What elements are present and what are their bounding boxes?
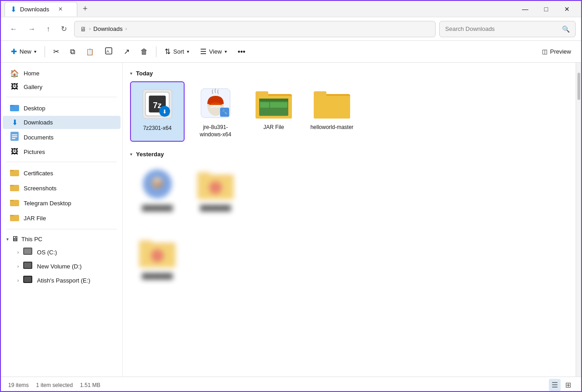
content-scrollbar[interactable] bbox=[576, 63, 581, 377]
yesterday-items-grid: 📦 ████████ ████████ bbox=[130, 160, 568, 221]
new-label: New bbox=[20, 48, 31, 55]
paste-icon: 📋 bbox=[86, 48, 94, 55]
new-chevron-icon: ▾ bbox=[34, 49, 36, 54]
sidebar-item-documents[interactable]: Documents 📌 bbox=[3, 129, 120, 145]
sidebar-thispc-header[interactable]: ▾ 🖥 This PC bbox=[1, 233, 122, 245]
svg-rect-9 bbox=[10, 170, 14, 171]
passport-icon bbox=[23, 276, 32, 285]
sidebar-label-telegram: Telegram Desktop bbox=[24, 200, 113, 207]
path-chevron-2: › bbox=[125, 26, 127, 31]
sort-button[interactable]: ⇅ Sort ▾ bbox=[160, 44, 194, 60]
sidebar-label-gallery: Gallery bbox=[24, 84, 113, 90]
thispc-icon: 🖥 bbox=[11, 235, 19, 243]
sidebar-item-pictures[interactable]: 🖼 Pictures 📌 bbox=[3, 145, 120, 158]
new-button[interactable]: ✚ New ▾ bbox=[6, 44, 41, 60]
new-icon: ✚ bbox=[11, 47, 17, 56]
file-item-blurred-3[interactable]: ████████ bbox=[130, 230, 185, 284]
delete-icon: 🗑 bbox=[140, 48, 148, 56]
share-button[interactable]: ↗ bbox=[119, 44, 134, 60]
preview-icon: ◫ bbox=[542, 48, 547, 55]
cut-button[interactable]: ✂ bbox=[49, 44, 64, 60]
file-item-blurred-1[interactable]: 📦 ████████ bbox=[130, 162, 185, 216]
monitor-icon: 🖥 bbox=[80, 25, 86, 33]
minimize-button[interactable]: — bbox=[515, 2, 536, 16]
sidebar-item-downloads[interactable]: ⬇ Downloads 📌 bbox=[3, 116, 120, 129]
sidebar-item-telegram[interactable]: Telegram Desktop bbox=[3, 196, 120, 210]
sidebar-item-newvol[interactable]: › New Volume (D:) bbox=[3, 259, 120, 273]
up-button[interactable]: ↑ bbox=[43, 22, 54, 36]
java-file-icon: JAVA 🔧 bbox=[197, 85, 234, 121]
toolbar: ✚ New ▾ ✂ ⧉ 📋 A ↗ 🗑 ⇅ Sort ▾ ☰ View ▾ ••… bbox=[1, 41, 581, 63]
svg-rect-13 bbox=[10, 200, 14, 201]
new-tab-button[interactable]: + bbox=[79, 2, 91, 15]
sort-icon: ⇅ bbox=[165, 47, 171, 56]
file-name-helloworld: helloworld-master bbox=[311, 124, 354, 131]
address-path[interactable]: 🖥 › Downloads › bbox=[74, 21, 436, 37]
tab-title: Downloads bbox=[20, 6, 49, 13]
scrollbar-thumb[interactable] bbox=[577, 73, 580, 100]
close-button[interactable]: ✕ bbox=[557, 2, 577, 16]
sidebar-divider-3 bbox=[6, 229, 117, 229]
documents-icon bbox=[10, 132, 19, 143]
sidebar-label-certificates: Certificates bbox=[24, 170, 113, 177]
sidebar-item-jarfile[interactable]: JAR File bbox=[3, 211, 120, 225]
cut-icon: ✂ bbox=[53, 47, 59, 56]
path-downloads: Downloads bbox=[93, 25, 122, 32]
svg-rect-11 bbox=[10, 185, 14, 186]
sort-label: Sort bbox=[173, 48, 184, 55]
today-section-header[interactable]: ▾ Today bbox=[130, 66, 568, 79]
active-tab[interactable]: ⬇ Downloads ✕ bbox=[5, 2, 77, 16]
downloads-folder-icon: ⬇ bbox=[10, 118, 19, 127]
grid-view-button[interactable]: ⊞ bbox=[562, 379, 574, 391]
search-input[interactable] bbox=[445, 25, 558, 32]
sidebar-item-gallery[interactable]: 🖼 Gallery bbox=[3, 80, 120, 93]
blurred-name-3: ████████ bbox=[142, 273, 173, 280]
tab-close-button[interactable]: ✕ bbox=[56, 5, 65, 13]
screenshots-icon bbox=[10, 183, 19, 193]
sidebar-item-screenshots[interactable]: Screenshots bbox=[3, 181, 120, 195]
svg-rect-38 bbox=[259, 99, 288, 101]
search-box[interactable]: 🔍 bbox=[439, 21, 576, 37]
file-item-jre[interactable]: JAVA 🔧 jre-8u391-windows-x64 bbox=[188, 81, 243, 142]
today-label: Today bbox=[136, 70, 153, 77]
sidebar-item-home[interactable]: 🏠 Home bbox=[3, 67, 120, 80]
list-view-button[interactable]: ☰ bbox=[549, 379, 561, 391]
blurred-name-2: ████████ bbox=[200, 205, 231, 212]
selected-info: 1 item selected bbox=[36, 382, 73, 388]
svg-rect-15 bbox=[10, 215, 14, 216]
view-button[interactable]: ☰ View ▾ bbox=[196, 44, 231, 60]
svg-point-49 bbox=[209, 181, 222, 194]
sidebar-item-certificates[interactable]: Certificates bbox=[3, 166, 120, 180]
more-icon: ••• bbox=[238, 48, 246, 56]
svg-text:📦: 📦 bbox=[151, 176, 164, 189]
search-icon: 🔍 bbox=[562, 25, 570, 33]
forward-button[interactable]: → bbox=[25, 22, 39, 36]
delete-button[interactable]: 🗑 bbox=[136, 44, 152, 60]
svg-rect-5 bbox=[12, 134, 17, 135]
maximize-button[interactable]: □ bbox=[536, 2, 557, 16]
file-item-jarfolder[interactable]: JAR File bbox=[246, 81, 301, 142]
paste-button[interactable]: 📋 bbox=[81, 44, 98, 60]
copy-button[interactable]: ⧉ bbox=[65, 44, 80, 60]
yesterday-section-header[interactable]: ▾ Yesterday bbox=[130, 147, 568, 160]
rename-button[interactable]: A bbox=[100, 44, 117, 60]
more-button[interactable]: ••• bbox=[233, 44, 250, 60]
back-button[interactable]: ← bbox=[6, 22, 21, 36]
sidebar-item-desktop[interactable]: Desktop 📌 bbox=[3, 101, 120, 115]
sidebar-divider-1 bbox=[6, 97, 117, 97]
svg-text:🔧: 🔧 bbox=[222, 109, 228, 115]
preview-button[interactable]: ◫ Preview bbox=[537, 45, 576, 58]
7z-icon: 7z ⬇ bbox=[139, 86, 176, 122]
sidebar-item-passport[interactable]: › Atish's Passport (E:) bbox=[3, 273, 120, 287]
svg-rect-21 bbox=[24, 277, 31, 282]
svg-rect-43 bbox=[314, 96, 350, 119]
titlebar: ⬇ Downloads ✕ + — □ ✕ bbox=[1, 1, 581, 17]
sidebar-item-osc[interactable]: › OS (C:) bbox=[3, 245, 120, 259]
blurred-name-1: ████████ bbox=[142, 205, 173, 212]
file-item-helloworld[interactable]: helloworld-master bbox=[305, 81, 359, 142]
refresh-button[interactable]: ↻ bbox=[57, 22, 70, 36]
main-area: 🏠 Home 🖼 Gallery Desktop 📌 ⬇ Downloads 📌… bbox=[1, 63, 581, 377]
file-item-7z[interactable]: 7z ⬇ 7z2301-x64 bbox=[130, 81, 185, 142]
file-item-blurred-2[interactable]: ████████ bbox=[188, 162, 243, 216]
preview-label: Preview bbox=[550, 48, 571, 55]
